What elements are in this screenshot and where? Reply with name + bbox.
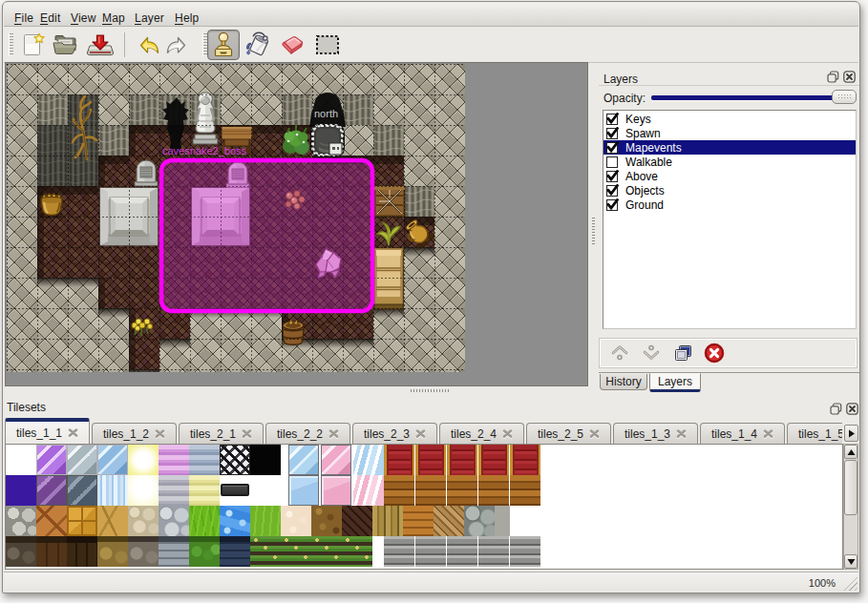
palette-tile-greybricks[interactable] xyxy=(478,536,509,567)
palette-tile-carpet-red[interactable] xyxy=(447,445,477,475)
fill-button[interactable] xyxy=(243,30,275,60)
float-icon[interactable] xyxy=(829,402,842,415)
tileset-tab-tiles_2_3[interactable]: tiles_2_3 xyxy=(352,423,437,444)
new-button[interactable] xyxy=(17,30,50,60)
tileset-tab-tiles_2_4[interactable]: tiles_2_4 xyxy=(439,423,524,444)
select-button[interactable] xyxy=(311,30,344,60)
palette-tile-tanmud[interactable] xyxy=(97,506,128,536)
layer-checkbox-above[interactable] xyxy=(606,171,618,182)
palette-tile-crops[interactable] xyxy=(311,536,342,567)
tab-close-icon[interactable] xyxy=(68,428,78,438)
door-event-marker[interactable] xyxy=(329,143,342,155)
opacity-slider-handle[interactable] xyxy=(832,90,857,104)
dock-tab-history[interactable]: History xyxy=(600,374,647,390)
palette-tile-carpet-red[interactable] xyxy=(478,445,509,475)
palette-tile-darkshingle[interactable] xyxy=(342,506,372,536)
palette-tile-crackdirt[interactable] xyxy=(36,506,67,536)
palette-tile-stripes-paleyellow[interactable] xyxy=(189,475,220,506)
palette-tile-greystone[interactable] xyxy=(495,506,510,536)
map-object-goldpot[interactable] xyxy=(40,194,63,218)
palette-tile-planks[interactable] xyxy=(447,475,477,506)
save-button[interactable] xyxy=(84,30,116,60)
palette-tile-ice-blue[interactable] xyxy=(353,445,384,475)
palette-tile-ice-pink[interactable] xyxy=(353,475,384,506)
layer-row-keys[interactable]: Keys xyxy=(603,112,856,126)
palette-tile-plaque[interactable] xyxy=(221,484,249,496)
palette-tile-planks[interactable] xyxy=(510,475,540,506)
scrollbar-up-button[interactable] xyxy=(844,445,857,459)
layer-checkbox-mapevents[interactable] xyxy=(606,142,618,154)
palette-tile-wall-dark[interactable] xyxy=(67,536,97,567)
palette-tile-wall-brownearth[interactable] xyxy=(36,536,67,567)
palette-tile-glass-lightblue[interactable] xyxy=(288,445,319,475)
undo-button[interactable] xyxy=(130,30,162,60)
layer-row-above[interactable]: Above xyxy=(603,169,856,183)
scrollbar-thumb[interactable] xyxy=(844,460,857,515)
palette-tile-pebbles[interactable] xyxy=(128,506,159,536)
palette-scrollbar[interactable] xyxy=(843,444,858,570)
close-icon[interactable] xyxy=(845,402,858,415)
tileset-tab-tiles_1_5[interactable]: tiles_1_5 xyxy=(787,423,842,444)
palette-tile-glass-pink[interactable] xyxy=(321,445,351,475)
open-button[interactable] xyxy=(50,30,82,60)
eraser-button[interactable] xyxy=(275,30,307,60)
palette-tile-wall-bluebrick[interactable] xyxy=(220,536,250,567)
palette-tile-icefall[interactable] xyxy=(97,475,128,506)
palette-tile-pane-blue[interactable] xyxy=(288,475,319,506)
palette-tile-goldtiles[interactable] xyxy=(67,506,97,536)
palette-tile-carpet-red[interactable] xyxy=(415,445,446,475)
palette-tile-indigo[interactable] xyxy=(6,475,36,506)
palette-tile-carpet-red[interactable] xyxy=(384,445,414,475)
palette-tile-stripes-pink[interactable] xyxy=(159,445,189,475)
toolbar-drag-handle[interactable] xyxy=(202,33,207,56)
tileset-tab-tiles_1_2[interactable]: tiles_1_2 xyxy=(92,423,177,444)
palette-tile-wall-darkstone[interactable] xyxy=(6,536,36,567)
palette-tile-crops[interactable] xyxy=(342,536,372,567)
map-object-barrel[interactable] xyxy=(283,319,304,344)
tileset-tab-tiles_1_4[interactable]: tiles_1_4 xyxy=(700,423,785,444)
palette-tile-crops[interactable] xyxy=(250,536,281,567)
palette-tile-brownleaf[interactable] xyxy=(311,506,342,536)
scrollbar-down-button[interactable] xyxy=(844,554,857,569)
palette-tile-glass-darkpurple[interactable] xyxy=(36,475,67,506)
palette-tile-crops[interactable] xyxy=(281,536,311,567)
palette-tile-bamboo[interactable] xyxy=(372,506,403,536)
palette-tile-wall-olive[interactable] xyxy=(97,536,128,567)
tileset-tab-tiles_1_1[interactable]: tiles_1_1 xyxy=(5,418,90,444)
palette-tile-stripes-bluegrey[interactable] xyxy=(189,445,220,475)
tileset-tab-tiles_2_1[interactable]: tiles_2_1 xyxy=(179,423,264,444)
map-canvas[interactable]: cavesnake2_bossnorth xyxy=(5,62,588,386)
layer-checkbox-spawn[interactable] xyxy=(606,128,618,139)
palette-tile-black[interactable] xyxy=(250,445,281,475)
palette-tile-cobble[interactable] xyxy=(159,506,189,536)
resize-grip[interactable] xyxy=(840,573,857,591)
map-image[interactable]: cavesnake2_bossnorth xyxy=(7,64,465,372)
menu-help[interactable]: Help xyxy=(172,10,202,27)
layer-up-button[interactable] xyxy=(609,343,630,363)
palette-tile-glow-pale[interactable] xyxy=(128,475,159,506)
tab-close-icon[interactable] xyxy=(589,429,600,439)
palette-tile-carpet-red[interactable] xyxy=(510,445,540,475)
float-icon[interactable] xyxy=(826,70,839,83)
palette-tile-glass-darkgrey[interactable] xyxy=(67,475,97,506)
layer-row-ground[interactable]: Ground xyxy=(603,198,856,212)
tab-close-icon[interactable] xyxy=(242,429,252,439)
layer-checkbox-walkable[interactable] xyxy=(606,156,618,168)
palette-tile-herringbone[interactable] xyxy=(434,506,464,536)
palette-tile-stripes-grey[interactable] xyxy=(159,475,189,506)
palette-tile-water[interactable] xyxy=(220,506,250,536)
palette-tile-grass2[interactable] xyxy=(250,506,281,536)
layer-row-objects[interactable]: Objects xyxy=(603,183,856,198)
layer-row-spawn[interactable]: Spawn xyxy=(603,126,856,140)
close-icon[interactable] xyxy=(842,70,856,83)
tab-close-icon[interactable] xyxy=(763,429,773,439)
map-object-gravestone[interactable] xyxy=(135,160,158,186)
palette-tile-planks[interactable] xyxy=(384,475,414,506)
stamp-button[interactable] xyxy=(207,30,240,60)
palette-tile-planks[interactable] xyxy=(415,475,446,506)
palette-tile-hedge[interactable] xyxy=(189,536,220,567)
palette-tile-stonepath[interactable] xyxy=(6,506,36,536)
tab-scroll-right-button[interactable] xyxy=(844,425,858,442)
palette-tile-greybricks[interactable] xyxy=(447,536,477,567)
palette-tile-glass-blue[interactable] xyxy=(97,445,128,475)
